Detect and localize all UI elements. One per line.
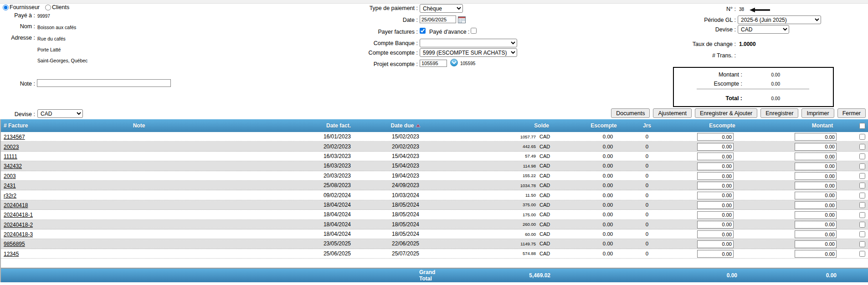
row-checkbox[interactable]: [859, 163, 865, 169]
montant-input[interactable]: [795, 240, 837, 248]
note-label: Note :: [0, 81, 35, 87]
montant-input[interactable]: [795, 221, 837, 229]
montant-input[interactable]: [795, 172, 837, 180]
taux-change-label: Taux de change :: [592, 41, 736, 47]
compte-banque-select[interactable]: [420, 39, 517, 47]
enregistrer-button[interactable]: Enregistrer: [760, 108, 798, 118]
row-checkbox[interactable]: [859, 202, 865, 208]
montant-input[interactable]: [795, 211, 837, 219]
invoice-link[interactable]: 342432: [4, 163, 22, 169]
paye-davance-checkbox[interactable]: [471, 28, 477, 34]
invoice-link[interactable]: 20240418-1: [4, 212, 33, 218]
row-checkbox[interactable]: [859, 144, 865, 150]
row-checkbox[interactable]: [859, 134, 865, 140]
devise-top-select[interactable]: CAD: [738, 25, 789, 34]
row-checkbox[interactable]: [859, 241, 865, 247]
clients-radio[interactable]: [45, 5, 51, 10]
invoice-link[interactable]: 12345: [4, 251, 19, 257]
devise-cell: CAD: [538, 183, 570, 188]
invoice-link[interactable]: 20240418-2: [4, 222, 33, 228]
solde-cell: 57.49: [447, 153, 538, 158]
compte-escompte-select[interactable]: 5999 (ESCOMPTE SUR ACHATS): [420, 48, 517, 57]
invoice-link[interactable]: 2431: [4, 183, 16, 189]
nom-label: Nom :: [0, 23, 35, 30]
select-all-checkbox[interactable]: [859, 123, 865, 129]
enregistrer-ajouter-button[interactable]: Enregistrer & Ajouter: [695, 108, 757, 118]
escompte-input[interactable]: [697, 240, 734, 248]
date-fact-cell: 20/03/2023: [187, 173, 365, 179]
solde-cell: 114.98: [447, 163, 538, 168]
row-checkbox[interactable]: [859, 222, 865, 228]
imprimer-button[interactable]: Imprimer: [801, 108, 834, 118]
clients-radio-label[interactable]: Clients: [52, 4, 69, 10]
devise-cell: CAD: [538, 153, 570, 159]
invoice-link[interactable]: 11111: [4, 153, 17, 160]
fermer-button[interactable]: Fermer: [837, 108, 866, 118]
escompte-input[interactable]: [697, 192, 734, 199]
adresse-label: Adresse :: [0, 35, 35, 41]
montant-input[interactable]: [795, 133, 837, 141]
montant-input[interactable]: [795, 182, 837, 189]
montant-input[interactable]: [795, 143, 837, 151]
fournisseur-radio[interactable]: [3, 5, 9, 10]
montant-input[interactable]: [795, 250, 837, 258]
row-checkbox[interactable]: [859, 183, 865, 188]
escompte-input[interactable]: [697, 250, 734, 258]
invoice-link[interactable]: 2134567: [4, 134, 25, 140]
invoice-link[interactable]: 20240418-3: [4, 231, 33, 238]
periode-gl-select[interactable]: 2025-6 (Juin 2025): [738, 15, 821, 24]
date-input[interactable]: [420, 15, 456, 23]
action-buttons: Documents Ajustement Enregistrer & Ajout…: [611, 108, 866, 118]
ajustement-button[interactable]: Ajustement: [653, 108, 692, 118]
row-checkbox[interactable]: [859, 173, 865, 179]
solde-cell: 375.00: [447, 202, 538, 207]
escompte-cell: 0.00: [570, 144, 638, 149]
row-checkbox[interactable]: [859, 231, 865, 237]
row-checkbox[interactable]: [859, 193, 865, 198]
invoice-link[interactable]: 20023: [4, 144, 19, 150]
fournisseur-radio-label[interactable]: Fournisseur: [10, 4, 40, 10]
invoice-link[interactable]: 9856895: [4, 241, 25, 247]
header-montant: Montant: [775, 122, 857, 129]
date-due-cell: 18/05/2024: [365, 221, 447, 228]
jrs-cell: 0: [638, 231, 656, 237]
invoice-link[interactable]: 20240418: [4, 202, 28, 209]
box-montant-value: 0.00: [751, 72, 780, 77]
invoice-link[interactable]: r32r2: [4, 193, 16, 199]
escompte-input[interactable]: [697, 211, 734, 219]
sort-asc-icon: [416, 122, 421, 129]
lookup-icon[interactable]: [450, 59, 458, 68]
row-checkbox[interactable]: [859, 212, 865, 218]
row-checkbox[interactable]: [859, 251, 865, 257]
escompte-input[interactable]: [697, 143, 734, 151]
payer-factures-checkbox[interactable]: [420, 28, 426, 34]
type-paiement-select[interactable]: Chèque: [420, 4, 463, 13]
escompte-input[interactable]: [697, 163, 734, 170]
escompte-input[interactable]: [697, 182, 734, 189]
solde-cell: 1057.77: [447, 134, 538, 139]
escompte-cell: 0.00: [570, 193, 638, 198]
escompte-input[interactable]: [697, 201, 734, 209]
montant-input[interactable]: [795, 153, 837, 160]
row-checkbox[interactable]: [859, 153, 865, 159]
escompte-input[interactable]: [697, 230, 734, 238]
header-date-due[interactable]: Date due: [365, 122, 447, 129]
note-input[interactable]: [37, 79, 171, 87]
montant-input[interactable]: [795, 230, 837, 238]
escompte-cell: 0.00: [570, 153, 638, 159]
devise-cell: CAD: [538, 134, 570, 139]
montant-input[interactable]: [795, 201, 837, 209]
escompte-input[interactable]: [697, 153, 734, 160]
projet-escompte-input[interactable]: [420, 60, 447, 67]
montant-input[interactable]: [795, 192, 837, 199]
documents-button[interactable]: Documents: [611, 108, 650, 118]
devise-bottom-select[interactable]: CAD: [37, 109, 83, 118]
escompte-input[interactable]: [697, 172, 734, 180]
montant-input[interactable]: [795, 163, 837, 170]
header-escompte-input: Escompte: [656, 122, 775, 129]
invoice-link[interactable]: 2003: [4, 173, 16, 179]
escompte-input[interactable]: [697, 133, 734, 141]
devise-cell: CAD: [538, 173, 570, 178]
calendar-icon[interactable]: [458, 16, 466, 25]
escompte-input[interactable]: [697, 221, 734, 229]
